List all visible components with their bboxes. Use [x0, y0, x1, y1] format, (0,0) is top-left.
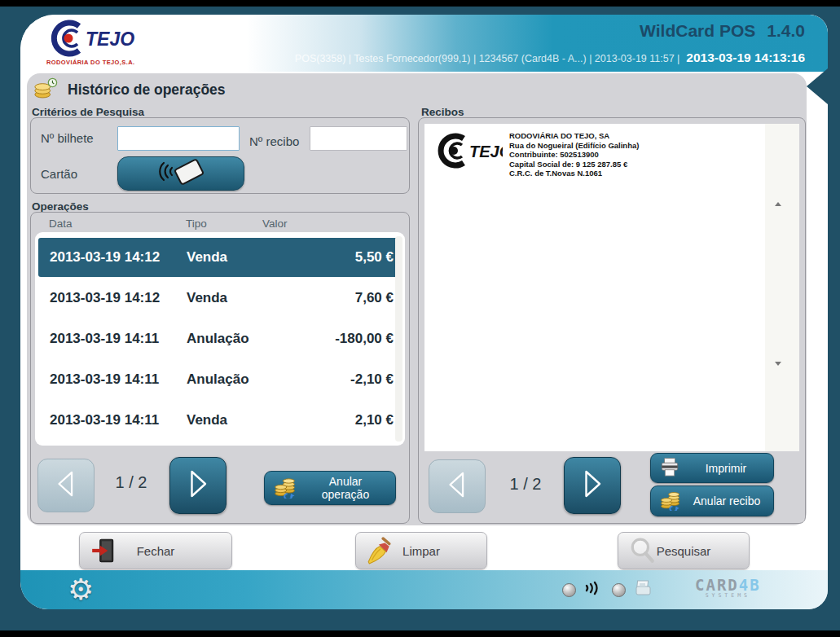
criteria-group-label: Critérios de Pesquisa: [32, 106, 144, 118]
recibo-input[interactable]: [310, 126, 407, 151]
fechar-label: Fechar: [137, 544, 175, 558]
header-clock: 2013-03-19 14:13:16: [686, 51, 805, 64]
limpar-button[interactable]: Limpar: [355, 532, 487, 569]
operation-value: -180,00 €: [335, 331, 394, 347]
fechar-button[interactable]: Fechar: [79, 532, 232, 569]
receipts-next-page-button[interactable]: [564, 457, 621, 514]
card4b-main: CARD: [695, 576, 739, 594]
receipt-brand-text: TEJO: [469, 143, 503, 160]
main-panel: Histórico de operações Critérios de Pesq…: [27, 73, 807, 525]
operation-date: 2013-03-19 14:11: [50, 371, 187, 388]
tejo-logo: TEJO RODOVIÁRIA DO TEJO,S.A.: [45, 18, 191, 68]
chevron-right-icon: [578, 468, 607, 503]
frame-notch-arrow: [807, 68, 828, 104]
coins-undo-icon: [659, 490, 682, 513]
receipts-group-label: Recibos: [421, 106, 464, 118]
contactless-status-led: [562, 583, 576, 597]
footer-bar: ⚙: [20, 570, 828, 609]
operation-row[interactable]: 2013-03-19 14:11 Anulação -2,10 €: [38, 360, 402, 399]
pesquisar-label: Pesquisar: [657, 544, 711, 558]
app-title: WildCard POS1.4.0: [640, 21, 805, 41]
criteria-panel: Nº bilhete Nº recibo Cartão: [30, 117, 410, 194]
operation-value: -2,10 €: [350, 371, 394, 388]
imprimir-button[interactable]: Imprimir: [650, 453, 774, 483]
col-header-valor: Valor: [262, 217, 288, 230]
brand-subtitle: RODOVIÁRIA DO TEJO,S.A.: [46, 59, 135, 66]
receipt-scrollbar[interactable]: [765, 124, 799, 451]
anular-recibo-button[interactable]: Anular recibo: [650, 485, 774, 516]
operation-row[interactable]: 2013-03-19 14:11 Venda 2,10 €: [38, 401, 402, 440]
operation-type: Venda: [187, 290, 355, 306]
operations-scrollbar[interactable]: [395, 236, 402, 442]
operation-date: 2013-03-19 14:12: [50, 290, 187, 306]
search-icon: [628, 537, 656, 567]
app-version: 1.4.0: [767, 21, 805, 40]
operation-date: 2013-03-19 14:11: [50, 331, 187, 347]
bilhete-input[interactable]: [117, 126, 240, 151]
anular-recibo-label: Anular recibo: [688, 494, 765, 507]
operation-row[interactable]: 2013-03-19 14:11 Anulação -180,00 €: [38, 319, 402, 358]
operation-type: Venda: [187, 412, 355, 428]
recibo-label: Nº recibo: [249, 134, 299, 148]
receipts-prev-page-button[interactable]: [429, 459, 486, 513]
operation-type: Anulação: [187, 331, 335, 347]
bilhete-label: Nº bilhete: [41, 131, 94, 145]
anular-operacao-label: Anular operação: [304, 475, 387, 501]
imprimir-label: Imprimir: [687, 462, 765, 475]
printer-icon: [659, 456, 680, 481]
mini-printer-icon: [633, 578, 654, 602]
operations-panel: Data Tipo Valor 2013-03-19 14:12 Venda 5…: [30, 212, 410, 524]
receipts-panel: TEJO RODOVIÁRIA DO TEJO, SARua do Noguei…: [418, 117, 806, 524]
scroll-down-icon[interactable]: [775, 362, 781, 366]
company-line: Rua do Nogueiral (Edifício Galinha): [509, 141, 639, 151]
page-title: Histórico de operações: [68, 81, 226, 99]
broom-icon: [366, 537, 394, 567]
operation-row[interactable]: 2013-03-19 14:12 Venda 7,60 €: [38, 279, 402, 318]
operation-value: 5,50 €: [355, 249, 394, 266]
chevron-left-icon: [443, 469, 471, 503]
receipt-preview: TEJO RODOVIÁRIA DO TEJO, SARua do Noguei…: [424, 124, 799, 451]
operations-prev-page-button[interactable]: [37, 459, 95, 512]
col-header-tipo: Tipo: [186, 217, 207, 230]
col-header-data: Data: [49, 217, 73, 230]
limpar-label: Limpar: [402, 544, 440, 558]
anular-operacao-button[interactable]: Anular operação: [264, 471, 396, 505]
session-info: POS(3358) | Testes Fornecedor(999,1) | 1…: [295, 53, 680, 64]
app-window: TEJO RODOVIÁRIA DO TEJO,S.A. WildCard PO…: [20, 15, 828, 609]
card4b-logo: CARD4B SYSTEMS: [695, 576, 761, 599]
scroll-up-icon[interactable]: [775, 202, 781, 206]
brand-text: TEJO: [86, 29, 134, 50]
operation-value: 7,60 €: [355, 290, 394, 306]
operations-next-page-button[interactable]: [169, 457, 226, 514]
operations-page-indicator: 1 / 2: [103, 473, 160, 492]
operation-date: 2013-03-19 14:11: [50, 412, 187, 428]
operations-list: 2013-03-19 14:12 Venda 5,50 € 2013-03-19…: [35, 232, 405, 446]
operation-type: Anulação: [187, 371, 350, 388]
operation-date: 2013-03-19 14:12: [50, 249, 187, 266]
cartao-label: Cartão: [41, 167, 77, 181]
contactless-card-icon: [154, 158, 208, 189]
exit-door-icon: [90, 537, 117, 567]
read-card-button[interactable]: [117, 156, 244, 191]
printer-status-led: [612, 583, 626, 597]
card4b-accent: 4B: [739, 576, 761, 594]
operations-group-label: Operações: [32, 200, 89, 213]
operation-value: 2,10 €: [355, 412, 394, 428]
history-coins-icon: [33, 77, 58, 103]
chevron-left-icon: [52, 468, 80, 503]
device-status-indicators: [562, 570, 654, 609]
coins-undo-icon: [273, 476, 297, 501]
receipts-page-indicator: 1 / 2: [497, 475, 554, 494]
chevron-right-icon: [183, 468, 213, 503]
operation-row[interactable]: 2013-03-19 14:12 Venda 5,50 €: [38, 238, 402, 277]
pesquisar-button[interactable]: Pesquisar: [618, 532, 750, 569]
header-bar: TEJO RODOVIÁRIA DO TEJO,S.A. WildCard PO…: [20, 15, 828, 72]
company-line: Capital Social de: 9 125 287.85 €: [509, 160, 639, 169]
operation-type: Venda: [187, 249, 355, 266]
signal-waves-icon: [583, 579, 605, 600]
gear-settings-icon[interactable]: ⚙: [68, 572, 94, 608]
company-line: C.R.C. de T.Novas N.1061: [509, 169, 639, 178]
window-frame: TEJO RODOVIÁRIA DO TEJO,S.A. WildCard PO…: [0, 7, 840, 630]
company-line: Contribuinte: 502513900: [509, 150, 639, 160]
company-line: RODOVIÁRIA DO TEJO, SA: [509, 131, 639, 141]
